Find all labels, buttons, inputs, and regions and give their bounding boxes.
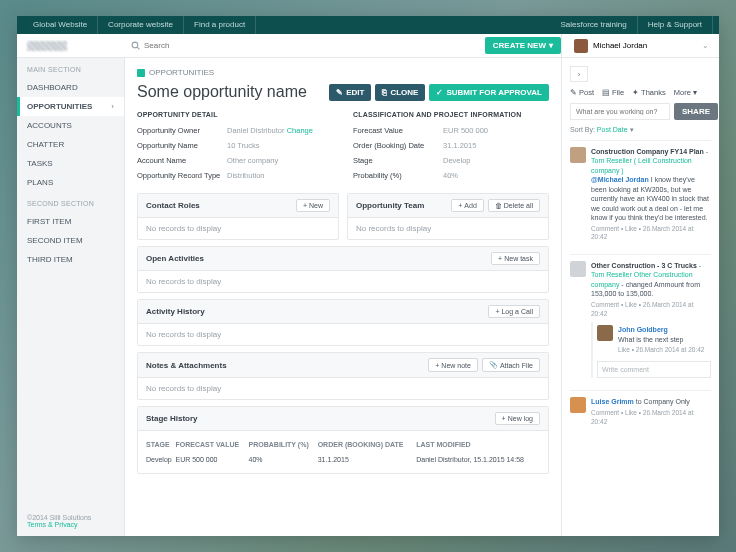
create-new-button[interactable]: CREATE NEW ▾ [485, 37, 561, 54]
chevron-down-icon: ⌄ [702, 41, 709, 50]
feed-panel: › ✎Post ▤File ✦Thanks More ▾ SHARE Sort … [561, 58, 719, 536]
feed-item: Luise Grimm to Company Only Comment • Li… [570, 390, 711, 432]
feed-meta[interactable]: Like • 26.March 2014 at 20:42 [618, 346, 704, 355]
topnav-training[interactable]: Salesforce training [550, 16, 637, 34]
sidebar-item-opportunities[interactable]: OPPORTUNITIES› [17, 97, 124, 116]
user-link[interactable]: Luise Grimm [591, 398, 634, 405]
page-title: Some opportunity name [137, 83, 307, 101]
tab-post[interactable]: ✎Post [570, 88, 594, 97]
topnav-help[interactable]: Help & Support [638, 16, 713, 34]
clone-icon: ⎘ [382, 88, 387, 97]
new-contact-button[interactable]: +New [296, 199, 330, 212]
sidebar-item-first[interactable]: FIRST ITEM [17, 212, 124, 231]
chevron-down-icon: ▾ [549, 41, 553, 50]
avatar [570, 147, 586, 163]
topnav-product[interactable]: Find a product [184, 16, 256, 34]
svg-point-0 [132, 42, 138, 48]
sidebar-item-plans[interactable]: PLANS [17, 173, 124, 192]
share-button[interactable]: SHARE [674, 103, 718, 120]
section-title-classification: CLASSIFICATION AND PROJECT INFORMATION [353, 111, 549, 123]
share-input[interactable] [570, 103, 670, 120]
sidebar: MAIN SECTION DASHBOARD OPPORTUNITIES› AC… [17, 58, 125, 536]
panel-stage-history: Stage History +New log STAGE FORECAST VA… [137, 406, 549, 474]
feed-meta[interactable]: Comment • Like • 26.March 2014 at 20:42 [591, 301, 711, 319]
tab-more[interactable]: More ▾ [674, 88, 697, 97]
plus-icon: + [303, 202, 307, 209]
breadcrumb: OPPORTUNITIES [137, 68, 549, 77]
pencil-icon: ✎ [570, 88, 577, 97]
sidebar-section-head: MAIN SECTION [17, 58, 124, 78]
trash-icon: 🗑 [495, 202, 502, 209]
svg-line-1 [137, 47, 139, 49]
stage-history-table: STAGE FORECAST VALUE PROBABILITY (%) ORD… [146, 437, 540, 467]
plus-icon: + [495, 308, 499, 315]
avatar [570, 397, 586, 413]
tab-file[interactable]: ▤File [602, 88, 624, 97]
sort-by[interactable]: Sort By: Post Date ▾ [570, 126, 711, 134]
plus-icon: + [435, 362, 439, 369]
terms-link[interactable]: Terms & Privacy [27, 521, 78, 528]
chevron-right-icon: › [111, 102, 114, 111]
edit-button[interactable]: ✎EDIT [329, 84, 371, 101]
write-comment-input[interactable]: Write comment [597, 361, 711, 378]
sidebar-item-tasks[interactable]: TASKS [17, 154, 124, 173]
header: CREATE NEW ▾ Michael Jordan ⌄ [17, 34, 719, 58]
search-icon [131, 41, 140, 50]
new-task-button[interactable]: +New task [491, 252, 540, 265]
app-window: Global Website Corporate website Find a … [17, 16, 719, 536]
clone-button[interactable]: ⎘CLONE [375, 84, 425, 101]
new-log-button[interactable]: +New log [495, 412, 540, 425]
plus-icon: + [498, 255, 502, 262]
panel-opportunity-team: Opportunity Team +Add 🗑Delete all No rec… [347, 193, 549, 240]
log-call-button[interactable]: +Log a Call [488, 305, 540, 318]
feed-item: Other Construction - 3 C Trucks - Tom Re… [570, 254, 711, 384]
attach-file-button[interactable]: 📎Attach File [482, 358, 540, 372]
sidebar-item-chatter[interactable]: CHATTER [17, 135, 124, 154]
pencil-icon: ✎ [336, 88, 343, 97]
new-note-button[interactable]: +New note [428, 358, 478, 372]
avatar [574, 39, 588, 53]
user-menu[interactable]: Michael Jordan ⌄ [561, 34, 719, 57]
plus-icon: + [502, 415, 506, 422]
sidebar-item-accounts[interactable]: ACCOUNTS [17, 116, 124, 135]
table-row: Develop EUR 500 000 40% 31.1.2015 Daniel… [146, 452, 540, 467]
avatar [570, 261, 586, 277]
check-icon: ✓ [436, 88, 443, 97]
sidebar-section-head: SECOND SECTION [17, 192, 124, 212]
logo [17, 41, 125, 51]
user-link[interactable]: John Goldberg [618, 326, 668, 333]
feed-meta[interactable]: Comment • Like • 26.March 2014 at 20:42 [591, 409, 711, 427]
panel-activity-history: Activity History +Log a Call No records … [137, 299, 549, 346]
delete-all-button[interactable]: 🗑Delete all [488, 199, 540, 212]
mention-link[interactable]: @Michael Jordan [591, 176, 649, 183]
feed-expand-button[interactable]: › [570, 66, 588, 82]
badge-icon: ✦ [632, 88, 639, 97]
paperclip-icon: 📎 [489, 361, 498, 369]
panel-open-activities: Open Activities +New task No records to … [137, 246, 549, 293]
feed-meta[interactable]: Comment • Like • 26.March 2014 at 20:42 [591, 225, 711, 243]
tab-thanks[interactable]: ✦Thanks [632, 88, 666, 97]
panel-contact-roles: Contact Roles +New No records to display [137, 193, 339, 240]
top-nav: Global Website Corporate website Find a … [17, 16, 719, 34]
plus-icon: + [458, 202, 462, 209]
avatar [597, 325, 613, 341]
feed-item: Construction Company FY14 Plan - Tom Res… [570, 140, 711, 248]
user-name: Michael Jordan [593, 41, 647, 50]
sidebar-item-second[interactable]: SECOND ITEM [17, 231, 124, 250]
section-title-detail: OPPORTUNITY DETAIL [137, 111, 333, 123]
main-content: OPPORTUNITIES Some opportunity name ✎EDI… [125, 58, 561, 536]
panel-notes: Notes & Attachments +New note 📎Attach Fi… [137, 352, 549, 400]
topnav-global[interactable]: Global Website [23, 16, 98, 34]
change-owner-link[interactable]: Change [287, 126, 313, 135]
topnav-corporate[interactable]: Corporate website [98, 16, 184, 34]
sidebar-footer: ©2014 Silli Solutions Terms & Privacy [17, 506, 124, 536]
file-icon: ▤ [602, 88, 610, 97]
breadcrumb-icon [137, 69, 145, 77]
sidebar-item-dashboard[interactable]: DASHBOARD [17, 78, 124, 97]
sidebar-item-third[interactable]: THIRD ITEM [17, 250, 124, 269]
search-input[interactable] [144, 41, 485, 50]
submit-button[interactable]: ✓SUBMIT FOR APPROVAL [429, 84, 549, 101]
add-team-button[interactable]: +Add [451, 199, 484, 212]
